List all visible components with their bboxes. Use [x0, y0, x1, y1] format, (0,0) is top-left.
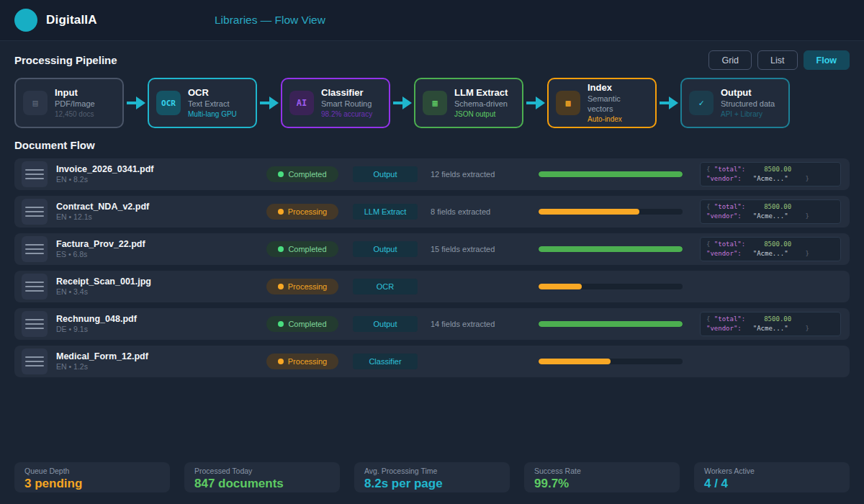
stage-subtitle: Smart Routing	[321, 99, 372, 109]
view-button-flow[interactable]: Flow	[804, 50, 850, 70]
progress-bar	[539, 359, 683, 364]
document-name: Invoice_2026_0341.pdf	[56, 163, 266, 175]
progress-bar	[539, 209, 683, 215]
status-dot-icon	[278, 209, 284, 215]
progress-bar	[539, 321, 683, 327]
document-row[interactable]: Medical_Form_12.pdf EN • 1.2s Processing…	[14, 346, 850, 377]
stats-bar: Queue Depth 3 pending Processed Today 84…	[14, 462, 850, 492]
document-row[interactable]: Contract_NDA_v2.pdf EN • 12.1s Processin…	[14, 196, 850, 228]
pipeline-stage-ocr[interactable]: OCR OCR Text Extract Multi-lang GPU	[148, 78, 257, 128]
progress-bar	[539, 284, 683, 289]
progress-bar	[539, 171, 683, 177]
status-dot-icon	[278, 284, 284, 289]
document-name: Contract_NDA_v2.pdf	[56, 201, 266, 212]
fields-extracted-label: 12 fields extracted	[431, 170, 539, 179]
current-stage-badge: Classifier	[353, 354, 418, 369]
document-thumbnail-icon	[22, 348, 48, 374]
fields-extracted-label: 15 fields extracted	[431, 245, 539, 253]
document-thumbnail-icon	[22, 199, 48, 225]
status-badge: Completed	[266, 241, 338, 257]
stage-meta: API + Library	[721, 109, 775, 120]
document-flow-list: Invoice_2026_0341.pdf EN • 8.2s Complete…	[14, 158, 850, 377]
pipeline-section-title: Processing Pipeline	[14, 54, 117, 66]
breadcrumb: Libraries — Flow View	[215, 14, 325, 27]
pipeline-stage-classifier[interactable]: AI Classifier Smart Routing 98.2% accura…	[281, 78, 390, 128]
view-toggle: Grid List Flow	[708, 50, 850, 70]
flow-arrow-icon	[124, 96, 148, 109]
current-stage-badge: OCR	[353, 279, 418, 294]
document-row[interactable]: Factura_Prov_22.pdf ES • 6.8s Completed …	[14, 233, 850, 265]
document-meta: EN • 12.1s	[56, 212, 266, 222]
document-row[interactable]: Receipt_Scan_001.jpg EN • 3.4s Processin…	[14, 271, 850, 302]
flow-arrow-icon	[657, 96, 680, 109]
current-stage-badge: LLM Extract	[353, 204, 418, 220]
stage-subtitle: Text Extract	[188, 99, 237, 109]
app-name: DigitalIA	[46, 13, 97, 27]
json-preview: { "total":8500.00 "vendor":"Acme..."}	[700, 312, 841, 336]
document-thumbnail-icon	[22, 236, 48, 262]
document-meta: EN • 1.2s	[56, 362, 266, 372]
status-dot-icon	[278, 246, 284, 252]
flow-arrow-icon	[523, 96, 547, 109]
pipeline-stage-input[interactable]: ▤ Input PDF/Image 12,450 docs	[14, 78, 124, 128]
stage-name: Input	[55, 87, 95, 99]
document-name: Rechnung_048.pdf	[56, 313, 266, 325]
current-stage-badge: Output	[353, 166, 418, 182]
json-preview: { "total":8500.00 "vendor":"Acme..."}	[700, 162, 841, 186]
view-button-grid[interactable]: Grid	[708, 50, 752, 70]
document-name: Factura_Prov_22.pdf	[56, 238, 266, 250]
stage-meta: Auto-index	[588, 114, 648, 125]
ai-classifier-icon: AI	[289, 91, 314, 115]
status-dot-icon	[278, 171, 284, 177]
document-thumbnail-icon	[22, 161, 48, 187]
document-name: Receipt_Scan_001.jpg	[56, 276, 266, 287]
index-grid-icon: ▩	[556, 91, 580, 115]
stage-subtitle: PDF/Image	[55, 99, 95, 109]
status-dot-icon	[278, 321, 284, 327]
pipeline-stage-output[interactable]: ✓ Output Structured data API + Library	[680, 78, 790, 128]
stage-subtitle: Semantic vectors	[588, 94, 648, 114]
flow-arrow-icon	[390, 96, 414, 109]
stage-name: LLM Extract	[454, 87, 508, 99]
pipeline-stage-llm-extract[interactable]: ▦ LLM Extract Schema-driven JSON output	[414, 78, 523, 128]
app-header: DigitalIA Libraries — Flow View	[0, 0, 864, 41]
status-badge: Completed	[266, 166, 338, 182]
current-stage-badge: Output	[353, 241, 418, 257]
document-name: Medical_Form_12.pdf	[56, 351, 266, 362]
stage-meta: JSON output	[454, 109, 508, 120]
status-badge: Processing	[266, 204, 338, 220]
stage-name: OCR	[188, 87, 237, 99]
stage-meta: 12,450 docs	[55, 109, 95, 120]
document-row[interactable]: Rechnung_048.pdf DE • 9.1s Completed Out…	[14, 308, 850, 340]
fields-extracted-label: 14 fields extracted	[431, 320, 539, 328]
json-preview: { "total":8500.00 "vendor":"Acme..."}	[700, 237, 841, 261]
document-thumbnail-icon	[22, 311, 48, 337]
fields-extracted-label: 8 fields extracted	[431, 207, 539, 216]
stat-workers-active: Workers Active 4 / 4	[694, 462, 850, 492]
stage-name: Index	[588, 82, 648, 94]
ocr-icon: OCR	[156, 91, 181, 115]
document-flow-section-title: Document Flow	[14, 139, 95, 151]
document-meta: EN • 8.2s	[56, 175, 266, 185]
stage-meta: Multi-lang GPU	[188, 109, 237, 120]
stat-queue-depth: Queue Depth 3 pending	[14, 462, 170, 492]
document-meta: DE • 9.1s	[56, 325, 266, 335]
view-button-list[interactable]: List	[757, 50, 797, 70]
progress-bar	[539, 246, 683, 252]
pipeline-stage-index[interactable]: ▩ Index Semantic vectors Auto-index	[547, 78, 657, 128]
status-badge: Completed	[266, 316, 338, 332]
json-preview: { "total":8500.00 "vendor":"Acme..."}	[700, 199, 841, 224]
document-meta: ES • 6.8s	[56, 250, 266, 260]
stage-subtitle: Schema-driven	[454, 99, 508, 109]
stat-avg-processing-time: Avg. Processing Time 8.2s per page	[354, 462, 510, 492]
current-stage-badge: Output	[353, 316, 418, 332]
status-badge: Processing	[266, 279, 338, 294]
stage-name: Output	[721, 87, 775, 99]
llm-extract-icon: ▦	[423, 91, 447, 115]
document-row[interactable]: Invoice_2026_0341.pdf EN • 8.2s Complete…	[14, 158, 850, 190]
stat-processed-today: Processed Today 847 documents	[184, 462, 340, 492]
stage-name: Classifier	[321, 87, 372, 99]
processing-pipeline: ▤ Input PDF/Image 12,450 docs OCR OCR Te…	[14, 77, 850, 129]
app-logo	[14, 9, 37, 32]
status-dot-icon	[278, 359, 284, 364]
